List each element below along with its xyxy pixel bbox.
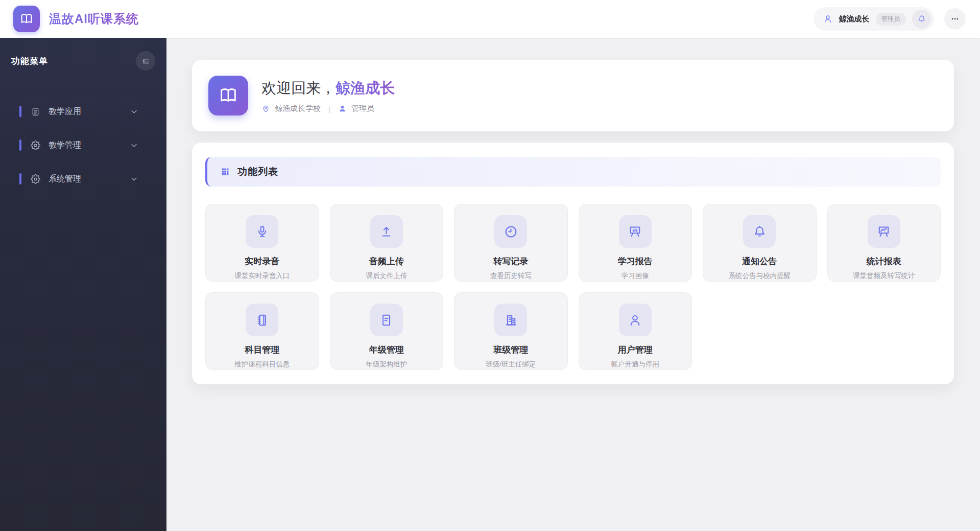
user-name: 鲸渔成长 — [839, 14, 870, 24]
menu-accent-bar — [19, 173, 21, 184]
grid-icon — [221, 167, 230, 176]
function-card-title: 用户管理 — [618, 344, 653, 356]
function-card-4[interactable]: 通知公告 系统公告与校内提醒 — [703, 204, 817, 282]
function-card-title: 通知公告 — [742, 256, 777, 267]
upload-icon — [379, 224, 394, 239]
main-content: 欢迎回来， 鲸渔成长 鲸渔成长学校 | 管理员 功能列表 实时录音 课堂实时录音… — [166, 38, 980, 531]
function-card-subtitle: 维护课程科目信息 — [234, 360, 290, 369]
function-icon-box — [494, 215, 527, 248]
function-card-0[interactable]: 实时录音 课堂实时录音入口 — [205, 204, 319, 282]
user-menu[interactable]: 鲸渔成长 管理员 — [814, 7, 935, 31]
sidebar: 功能菜单 教学应用 教学管理 系统管理 — [0, 38, 166, 531]
document-lines-icon — [379, 313, 394, 328]
function-card-title: 科目管理 — [245, 344, 279, 356]
sidebar-item-1[interactable]: 教学管理 — [0, 133, 166, 157]
function-card-1[interactable]: 音频上传 课后文件上传 — [330, 204, 444, 282]
function-icon-box — [743, 215, 776, 248]
menu-item-label: 系统管理 — [49, 174, 129, 184]
sidebar-item-0[interactable]: 教学应用 — [0, 100, 166, 123]
header-actions: 鲸渔成长 管理员 — [814, 7, 966, 31]
welcome-text: 欢迎回来， 鲸渔成长 鲸渔成长学校 | 管理员 — [261, 78, 395, 113]
presentation-bars-icon — [628, 224, 642, 239]
function-icon-box — [246, 304, 278, 336]
user-filled-icon — [338, 104, 347, 113]
function-icon-box — [619, 215, 652, 248]
function-card-subtitle: 系统公告与校内提醒 — [729, 271, 791, 281]
function-card-9[interactable]: 用户管理 账户开通与停用 — [579, 292, 692, 370]
function-card-subtitle: 课后文件上传 — [366, 271, 407, 281]
menu-item-label: 教学应用 — [49, 106, 129, 117]
sidebar-item-2[interactable]: 系统管理 — [0, 167, 166, 191]
bell-icon — [917, 14, 926, 24]
greeting-prefix: 欢迎回来， — [261, 78, 336, 99]
location-pin-icon — [261, 104, 270, 113]
function-card-6[interactable]: 科目管理 维护课程科目信息 — [205, 292, 319, 370]
function-card-subtitle: 课堂音频及转写统计 — [853, 271, 915, 281]
function-icon-box — [868, 215, 900, 248]
welcome-greeting: 欢迎回来， 鲸渔成长 — [261, 78, 395, 99]
function-icon-box — [370, 215, 403, 248]
open-book-icon — [218, 85, 238, 106]
user-role: 管理员 — [351, 104, 374, 113]
menu-item-label: 教学管理 — [49, 140, 129, 151]
function-card-2[interactable]: 转写记录 查看历史转写 — [454, 204, 568, 282]
gear-icon — [31, 141, 40, 150]
function-icon-box — [494, 304, 527, 336]
user-outline-icon — [823, 14, 833, 24]
function-grid: 实时录音 课堂实时录音入口 音频上传 课后文件上传 转写记录 查看历史转写 学习… — [205, 204, 941, 370]
notebook-icon — [255, 313, 270, 328]
function-card-5[interactable]: 统计报表 课堂音频及转写统计 — [827, 204, 941, 282]
function-card-subtitle: 查看历史转写 — [490, 271, 532, 281]
function-card-subtitle: 课堂实时录音入口 — [234, 271, 290, 281]
ellipsis-icon — [950, 14, 960, 24]
bell-icon — [752, 224, 767, 239]
menu-accent-bar — [19, 106, 21, 117]
sidebar-menu: 教学应用 教学管理 系统管理 — [0, 82, 166, 191]
notifications-button[interactable] — [912, 10, 931, 29]
open-book-icon — [19, 12, 34, 26]
role-badge: 管理员 — [876, 13, 906, 26]
function-card-subtitle: 账户开通与停用 — [611, 360, 660, 369]
function-icon-box — [370, 304, 403, 336]
microphone-icon — [255, 224, 270, 239]
menu-accent-bar — [19, 140, 21, 151]
menu-fold-icon — [141, 57, 150, 65]
function-card-title: 学习报告 — [618, 256, 653, 267]
function-card-subtitle: 学习画像 — [622, 271, 649, 281]
function-list-panel: 功能列表 实时录音 课堂实时录音入口 音频上传 课后文件上传 转写记录 查看历史… — [192, 143, 954, 384]
meta-divider: | — [328, 104, 330, 113]
sidebar-title: 功能菜单 — [11, 55, 48, 67]
function-card-3[interactable]: 学习报告 学习画像 — [579, 204, 692, 282]
chevron-down-icon — [129, 107, 139, 117]
function-card-title: 转写记录 — [493, 256, 528, 267]
welcome-card: 欢迎回来， 鲸渔成长 鲸渔成长学校 | 管理员 — [192, 60, 954, 131]
presentation-chart-icon — [876, 224, 891, 239]
function-icon-box — [246, 215, 278, 248]
welcome-meta: 鲸渔成长学校 | 管理员 — [261, 104, 395, 113]
building-icon — [504, 313, 518, 328]
function-card-title: 统计报表 — [867, 256, 901, 267]
app-header: 温故AI听课系统 鲸渔成长 管理员 — [0, 0, 980, 38]
function-card-title: 年级管理 — [369, 344, 404, 356]
function-card-7[interactable]: 年级管理 年级架构维护 — [330, 292, 444, 370]
app-title: 温故AI听课系统 — [49, 11, 139, 27]
function-card-title: 实时录音 — [245, 256, 279, 267]
clock-icon — [504, 224, 518, 239]
more-options-button[interactable] — [944, 8, 966, 30]
welcome-logo — [208, 76, 248, 116]
function-card-subtitle: 班级/班主任绑定 — [486, 360, 536, 369]
function-card-8[interactable]: 班级管理 班级/班主任绑定 — [454, 292, 568, 370]
app-logo — [13, 6, 40, 32]
collapse-menu-button[interactable] — [136, 51, 155, 71]
chevron-down-icon — [129, 141, 139, 150]
greeting-user-name: 鲸渔成长 — [336, 78, 395, 99]
function-card-title: 音频上传 — [369, 256, 404, 267]
header-brand: 温故AI听课系统 — [13, 6, 139, 32]
gear-icon — [31, 174, 40, 184]
document-icon — [31, 107, 40, 117]
school-name: 鲸渔成长学校 — [275, 104, 321, 113]
user-icon — [628, 313, 642, 328]
function-list-title: 功能列表 — [237, 165, 278, 178]
sidebar-header: 功能菜单 — [0, 38, 166, 82]
function-icon-box — [619, 304, 652, 336]
